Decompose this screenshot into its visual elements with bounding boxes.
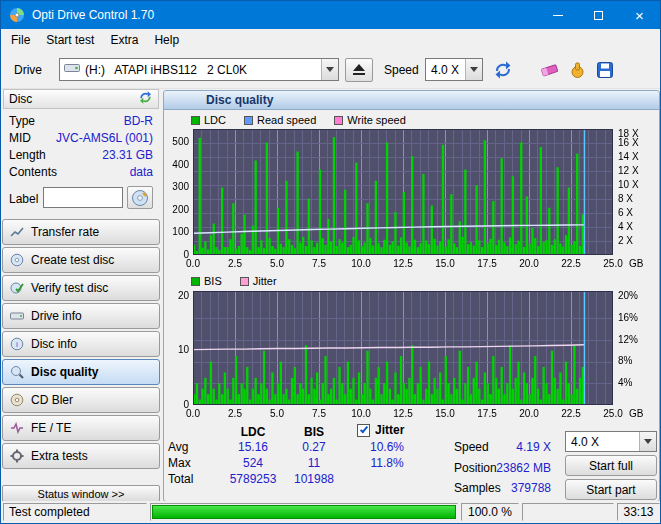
sidebar-button-label: CD Bler (31, 393, 73, 407)
minimize-button[interactable] (537, 1, 578, 29)
status-window-label: Status window >> (38, 488, 125, 500)
start-part-button[interactable]: Start part (565, 479, 657, 500)
sidebar-button-label: Disc info (31, 337, 77, 351)
legend-label: LDC (204, 114, 226, 126)
menubar: File Start test Extra Help (1, 29, 660, 50)
column-header-ldc: LDC (223, 425, 283, 440)
legend-label: Read speed (257, 114, 316, 126)
sidebar-button-create-test-disc[interactable]: Create test disc (2, 247, 160, 273)
drive-icon (10, 310, 24, 322)
sidebar-button-cd-bler[interactable]: CD Bler (2, 387, 160, 413)
length-value: 23.31 GB (102, 148, 153, 162)
status-window-button[interactable]: Status window >> (2, 485, 160, 502)
sidebar-button-disc-info[interactable]: i Disc info (2, 331, 160, 357)
test-speed-select[interactable]: 4.0 X (565, 431, 657, 452)
toolbar: Drive (H:) ATAPI iHBS112 2 CL0K Speed 4.… (1, 50, 660, 89)
menu-help[interactable]: Help (146, 31, 187, 49)
app-icon (9, 7, 25, 23)
chevron-down-icon (326, 67, 334, 72)
top-chart-legend: LDC Read speed Write speed (191, 114, 406, 126)
contents-value: data (130, 165, 153, 179)
drive-select[interactable]: (H:) ATAPI iHBS112 2 CL0K (59, 58, 339, 81)
eject-button[interactable] (345, 58, 373, 82)
titlebar: Opti Drive Control 1.70 × (1, 1, 660, 29)
ldc-read-speed-chart (163, 127, 657, 273)
info-row-contents: Contents data (9, 165, 155, 180)
disc-section-header: Disc (3, 89, 159, 109)
refresh-speeds-button[interactable] (491, 58, 515, 82)
row-label-avg: Avg (168, 440, 188, 455)
jitter-swatch-icon (240, 277, 249, 286)
sidebar-button-extra-tests[interactable]: Extra tests (2, 443, 160, 469)
bis-jitter-chart (163, 289, 657, 423)
avg-jitter-value: 10.6% (357, 440, 417, 455)
minimize-icon (553, 15, 563, 16)
refresh-icon (493, 61, 513, 79)
hand-icon (569, 62, 586, 78)
sidebar-button-verify-test-disc[interactable]: Verify test disc (2, 275, 160, 301)
eject-icon (352, 64, 366, 76)
total-bis-value: 101988 (289, 472, 339, 487)
sidebar-button-disc-quality[interactable]: Disc quality (2, 359, 160, 385)
save-button[interactable] (593, 58, 617, 82)
speed-select-arrow[interactable] (465, 59, 482, 80)
sidebar-button-label: Disc quality (31, 365, 98, 379)
sidebar-button-label: Transfer rate (31, 225, 99, 239)
sidebar-button-drive-info[interactable]: Drive info (2, 303, 160, 329)
legend-read-speed: Read speed (244, 114, 316, 126)
legend-write-speed: Write speed (334, 114, 406, 126)
disc-quality-icon (10, 365, 24, 379)
mid-value: JVC-AMS6L (001) (56, 131, 153, 145)
statusbar: Test completed 100.0 % 33:13 (1, 501, 660, 523)
verify-disc-icon (10, 281, 24, 295)
label-input[interactable] (43, 187, 123, 208)
samples-stat-value: 379788 (479, 481, 551, 496)
close-button[interactable]: × (619, 1, 660, 29)
position-stat-value: 23862 MB (479, 461, 551, 476)
jitter-checkbox[interactable] (357, 424, 370, 437)
check-icon (360, 425, 368, 434)
panel-title: Disc quality (164, 91, 659, 110)
refresh-icon (138, 91, 153, 104)
chevron-down-icon (644, 439, 652, 444)
erase-disc-button[interactable] (537, 58, 561, 82)
progress-bar (150, 503, 458, 521)
legend-ldc: LDC (191, 114, 226, 126)
drive-select-arrow[interactable] (321, 59, 338, 80)
sidebar-button-label: Extra tests (31, 449, 88, 463)
start-full-button[interactable]: Start full (565, 455, 657, 476)
speed-select[interactable]: 4.0 X (425, 58, 483, 81)
test-speed-select-value: 4.0 X (566, 435, 639, 449)
chevron-down-icon (470, 67, 478, 72)
elapsed-time: 33:13 (617, 503, 660, 521)
jitter-checkbox-row: Jitter (357, 423, 404, 438)
sidebar-button-label: Drive info (31, 309, 82, 323)
maximize-icon (594, 11, 603, 20)
progress-percent: 100.0 % (461, 503, 519, 521)
bottom-chart-legend: BIS Jitter (191, 275, 277, 287)
menu-start-test[interactable]: Start test (38, 31, 102, 49)
start-part-label: Start part (586, 483, 635, 497)
type-label: Type (9, 114, 35, 128)
avg-ldc-value: 15.16 (223, 440, 283, 455)
maximize-button[interactable] (578, 1, 619, 29)
disc-refresh-button[interactable] (138, 91, 153, 107)
disc-info-icon: i (10, 337, 24, 351)
sidebar-button-fe-te[interactable]: FE / TE (2, 415, 160, 441)
sidebar-button-label: Create test disc (31, 253, 114, 267)
speed-stat-value: 4.19 X (479, 440, 551, 455)
hand-tool-button[interactable] (565, 58, 589, 82)
menu-extra[interactable]: Extra (102, 31, 146, 49)
type-value: BD-R (124, 114, 153, 128)
menu-file[interactable]: File (3, 31, 38, 49)
sidebar-button-transfer-rate[interactable]: Transfer rate (2, 219, 160, 245)
write-label-button[interactable] (127, 186, 153, 209)
avg-bis-value: 0.27 (289, 440, 339, 455)
legend-label: BIS (204, 275, 222, 287)
ldc-swatch-icon (191, 116, 200, 125)
save-icon (597, 62, 613, 78)
info-row-length: Length 23.31 GB (9, 148, 155, 163)
svg-text:i: i (16, 340, 18, 349)
gear-icon (10, 449, 24, 463)
test-speed-select-arrow[interactable] (639, 432, 656, 451)
